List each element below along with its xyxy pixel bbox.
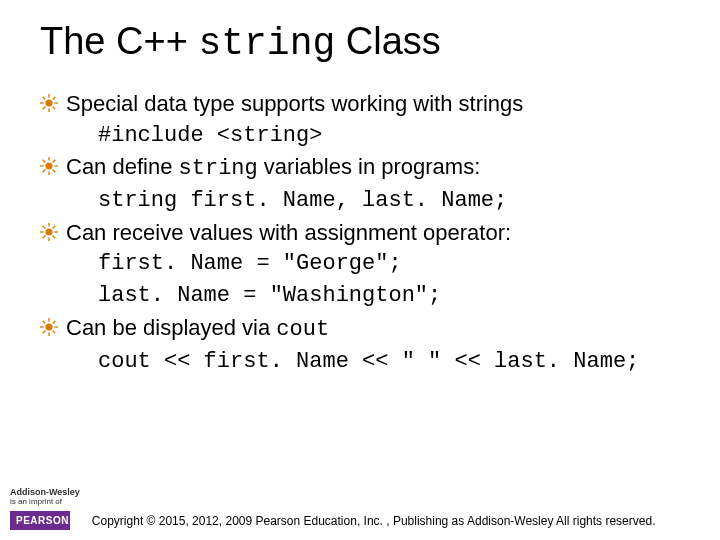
sunburst-icon <box>40 157 58 175</box>
title-pre: The C++ <box>40 20 198 62</box>
code-line: first. Name = "George"; <box>98 249 690 279</box>
svg-line-5 <box>43 97 46 100</box>
svg-line-6 <box>53 107 56 110</box>
code-line: string first. Name, last. Name; <box>98 186 690 216</box>
sunburst-icon <box>40 318 58 336</box>
addison-wesley-logo: Addison-Wesley is an imprint of <box>10 488 80 507</box>
bullet-item: Can receive values with assignment opera… <box>40 218 690 248</box>
svg-line-16 <box>53 160 56 163</box>
slide-title: The C++ string Class <box>40 20 690 65</box>
slide: The C++ string Class Special data type s… <box>0 0 720 376</box>
svg-line-15 <box>53 170 56 173</box>
svg-line-24 <box>53 235 56 238</box>
svg-line-17 <box>43 170 46 173</box>
svg-line-33 <box>53 330 56 333</box>
bullet-text-part: variables in programs: <box>258 154 481 179</box>
title-code: string <box>198 22 335 65</box>
bullet-text-part: Can define <box>66 154 179 179</box>
sunburst-icon <box>40 223 58 241</box>
pearson-badge: PEARSON <box>10 511 70 530</box>
bullet-text: Can define string variables in programs: <box>66 152 690 184</box>
code-line: last. Name = "Washington"; <box>98 281 690 311</box>
bullet-code-inline: string <box>179 156 258 181</box>
svg-line-32 <box>43 321 46 324</box>
svg-point-9 <box>45 163 52 170</box>
svg-line-34 <box>53 321 56 324</box>
bullet-item: Can be displayed via cout <box>40 313 690 345</box>
footer: Addison-Wesley is an imprint of PEARSON … <box>10 488 710 530</box>
title-post: Class <box>335 20 441 62</box>
aw-sub: is an imprint of <box>10 498 80 507</box>
svg-line-7 <box>53 97 56 100</box>
svg-line-35 <box>43 330 46 333</box>
publisher-logos: Addison-Wesley is an imprint of PEARSON <box>10 488 80 530</box>
svg-line-8 <box>43 107 46 110</box>
bullet-text: Can receive values with assignment opera… <box>66 218 690 248</box>
bullet-item: Special data type supports working with … <box>40 89 690 119</box>
svg-point-27 <box>45 323 52 330</box>
code-line: cout << first. Name << " " << last. Name… <box>98 347 690 377</box>
bullet-item: Can define string variables in programs: <box>40 152 690 184</box>
svg-point-0 <box>45 99 52 106</box>
sunburst-icon <box>40 94 58 112</box>
svg-line-23 <box>43 225 46 228</box>
bullet-text-part: Can be displayed via <box>66 315 276 340</box>
code-line: #include <string> <box>98 121 690 151</box>
bullet-text: Special data type supports working with … <box>66 89 690 119</box>
svg-line-14 <box>43 160 46 163</box>
svg-line-26 <box>43 235 46 238</box>
bullet-text: Can be displayed via cout <box>66 313 690 345</box>
svg-line-25 <box>53 225 56 228</box>
copyright-text: Copyright © 2015, 2012, 2009 Pearson Edu… <box>92 514 656 530</box>
svg-point-18 <box>45 228 52 235</box>
bullet-code-inline: cout <box>276 317 329 342</box>
content: Special data type supports working with … <box>40 89 690 376</box>
